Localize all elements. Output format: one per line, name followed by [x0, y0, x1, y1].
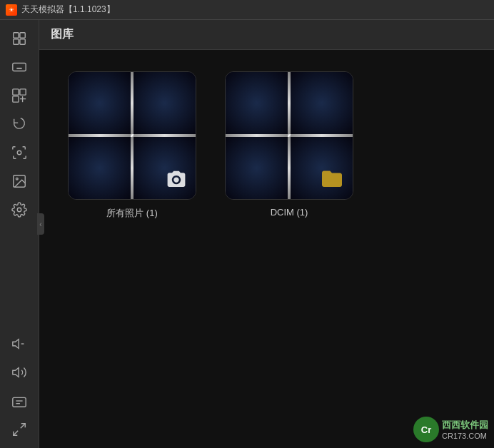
svg-point-18 [17, 208, 21, 212]
watermark-site: 西西软件园 [442, 419, 488, 432]
sidebar-item-controls[interactable] [5, 83, 34, 108]
sidebar-item-vol-down[interactable] [5, 331, 34, 357]
title-bar: ☀ 天天模拟器【1.1.1023】 [0, 0, 494, 20]
sidebar-item-subtitle[interactable] [5, 388, 34, 414]
gallery-item-dcim[interactable]: DCIM (1) [225, 71, 353, 220]
gallery-thumbnail-dcim [225, 71, 353, 200]
gallery-item-dcim-label: DCIM (1) [271, 207, 308, 218]
svg-rect-4 [13, 63, 26, 71]
svg-rect-0 [14, 33, 19, 38]
app-icon: ☀ [6, 4, 17, 16]
svg-rect-2 [14, 39, 19, 44]
watermark-area: Cr 西西软件园 CR173.COM [413, 417, 488, 442]
svg-rect-10 [13, 89, 19, 95]
svg-point-17 [16, 178, 18, 180]
watermark-domain: CR173.COM [442, 432, 488, 440]
sidebar [0, 20, 39, 448]
svg-marker-21 [13, 368, 19, 377]
sidebar-item-vol-up[interactable] [5, 360, 34, 385]
gallery-item-all-photos[interactable]: 所有照片 (1) [68, 71, 196, 220]
sidebar-item-screenshot[interactable] [5, 140, 34, 166]
gallery-item-all-photos-label: 所有照片 (1) [106, 207, 158, 220]
sidebar-item-rotate[interactable] [5, 111, 34, 137]
svg-rect-3 [20, 39, 25, 44]
svg-marker-19 [13, 340, 19, 349]
gallery-title: 图库 [51, 28, 74, 40]
content-area: 图库 [39, 20, 494, 448]
svg-rect-22 [13, 397, 26, 407]
folder-icon [320, 167, 344, 192]
sidebar-bottom [5, 331, 34, 448]
svg-rect-12 [13, 96, 19, 102]
sidebar-collapse-handle[interactable]: ‹ [37, 213, 44, 235]
title-bar-text: 天天模拟器【1.1.1023】 [21, 4, 115, 16]
svg-line-26 [14, 431, 18, 435]
sidebar-item-fullscreen[interactable] [5, 417, 34, 442]
camera-icon [166, 168, 187, 192]
sidebar-item-settings[interactable] [5, 197, 34, 223]
gallery-thumbnail-all-photos [68, 71, 196, 200]
sidebar-item-keyboard[interactable] [5, 54, 34, 80]
sidebar-item-store[interactable] [5, 26, 34, 51]
content-header: 图库 [39, 20, 494, 50]
svg-rect-1 [20, 33, 25, 38]
svg-point-15 [17, 151, 21, 155]
watermark-logo: Cr [413, 417, 439, 442]
sidebar-item-media[interactable] [5, 168, 34, 194]
main-layout: ‹ 图库 [0, 20, 494, 448]
gallery-grid: 所有照片 (1) [39, 50, 494, 448]
svg-line-25 [21, 424, 25, 428]
svg-rect-11 [20, 89, 26, 95]
